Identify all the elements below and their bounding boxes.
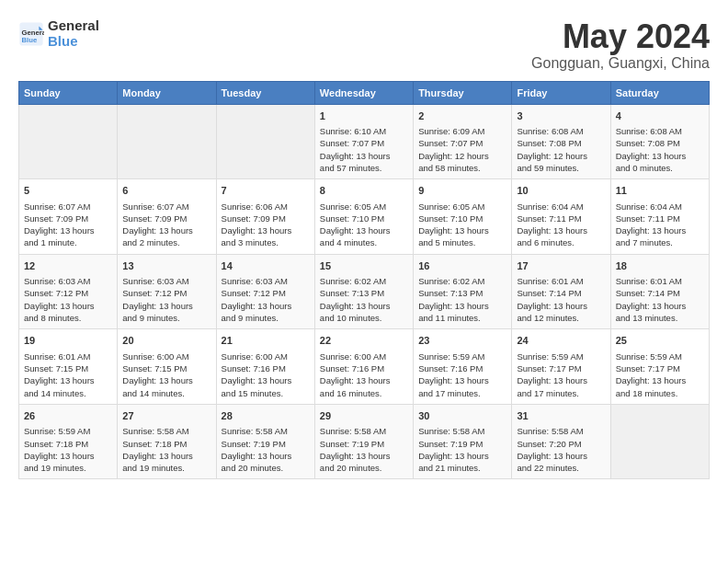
day-info: and 14 minutes. bbox=[24, 387, 112, 399]
calendar-cell: 31Sunrise: 5:58 AMSunset: 7:20 PMDayligh… bbox=[512, 404, 610, 479]
day-info: Daylight: 13 hours bbox=[222, 450, 310, 462]
calendar-cell: 4Sunrise: 6:08 AMSunset: 7:08 PMDaylight… bbox=[610, 104, 709, 179]
day-number: 21 bbox=[222, 334, 310, 348]
day-info: Sunrise: 6:05 AM bbox=[418, 201, 506, 213]
header-wednesday: Wednesday bbox=[314, 81, 413, 104]
day-info: Sunset: 7:12 PM bbox=[24, 287, 112, 299]
day-info: Sunset: 7:18 PM bbox=[24, 438, 112, 450]
day-info: Sunrise: 6:02 AM bbox=[418, 275, 506, 287]
header-thursday: Thursday bbox=[414, 81, 512, 104]
logo: General Blue General Blue bbox=[18, 18, 99, 49]
day-info: Sunset: 7:09 PM bbox=[24, 213, 112, 224]
calendar-week-row: 12Sunrise: 6:03 AMSunset: 7:12 PMDayligh… bbox=[19, 254, 710, 329]
day-info: Daylight: 13 hours bbox=[24, 300, 112, 312]
day-info: Daylight: 13 hours bbox=[320, 224, 408, 236]
day-info: Sunrise: 6:02 AM bbox=[320, 275, 408, 287]
day-info: and 17 minutes. bbox=[418, 387, 506, 399]
day-info: and 4 minutes. bbox=[320, 236, 408, 248]
day-info: Sunset: 7:10 PM bbox=[418, 213, 506, 224]
calendar-cell: 15Sunrise: 6:02 AMSunset: 7:13 PMDayligh… bbox=[314, 254, 413, 329]
day-info: Sunset: 7:12 PM bbox=[122, 287, 210, 299]
day-info: Sunrise: 6:01 AM bbox=[616, 275, 704, 287]
calendar-cell bbox=[610, 404, 709, 479]
day-info: Sunset: 7:14 PM bbox=[616, 287, 704, 299]
day-info: Sunset: 7:16 PM bbox=[418, 362, 506, 374]
day-info: Daylight: 13 hours bbox=[24, 374, 112, 386]
day-info: Sunset: 7:16 PM bbox=[320, 362, 408, 374]
calendar-cell: 17Sunrise: 6:01 AMSunset: 7:14 PMDayligh… bbox=[512, 254, 610, 329]
day-number: 10 bbox=[517, 184, 605, 198]
logo-text-line2: Blue bbox=[48, 34, 99, 50]
day-number: 19 bbox=[24, 334, 112, 348]
day-number: 14 bbox=[222, 259, 310, 273]
day-number: 9 bbox=[418, 184, 506, 198]
day-number: 27 bbox=[122, 409, 210, 423]
day-info: and 17 minutes. bbox=[517, 387, 605, 399]
day-info: Daylight: 13 hours bbox=[418, 300, 506, 312]
calendar-cell: 12Sunrise: 6:03 AMSunset: 7:12 PMDayligh… bbox=[19, 254, 118, 329]
day-info: Sunset: 7:20 PM bbox=[517, 438, 605, 450]
day-info: Sunset: 7:07 PM bbox=[320, 137, 408, 149]
day-info: and 14 minutes. bbox=[122, 387, 210, 399]
calendar-cell: 6Sunrise: 6:07 AMSunset: 7:09 PMDaylight… bbox=[118, 179, 216, 255]
day-info: and 13 minutes. bbox=[616, 312, 704, 324]
header-saturday: Saturday bbox=[610, 81, 709, 104]
day-info: Sunrise: 5:58 AM bbox=[320, 425, 408, 437]
calendar-cell: 20Sunrise: 6:00 AMSunset: 7:15 PMDayligh… bbox=[118, 329, 216, 405]
day-info: Sunrise: 6:01 AM bbox=[24, 350, 112, 362]
day-number: 1 bbox=[320, 109, 408, 123]
day-info: Sunset: 7:15 PM bbox=[122, 362, 210, 374]
day-info: Sunrise: 6:00 AM bbox=[222, 350, 310, 362]
day-info: and 3 minutes. bbox=[222, 236, 310, 248]
day-info: and 7 minutes. bbox=[616, 236, 704, 248]
day-info: and 12 minutes. bbox=[517, 312, 605, 324]
day-number: 8 bbox=[320, 184, 408, 198]
day-info: Sunset: 7:17 PM bbox=[517, 362, 605, 374]
day-info: Daylight: 13 hours bbox=[517, 300, 605, 312]
day-info: and 9 minutes. bbox=[222, 312, 310, 324]
day-info: Sunrise: 6:00 AM bbox=[320, 350, 408, 362]
day-info: Sunrise: 6:10 AM bbox=[320, 125, 408, 137]
calendar-cell: 27Sunrise: 5:58 AMSunset: 7:18 PMDayligh… bbox=[118, 404, 216, 479]
day-info: and 0 minutes. bbox=[616, 162, 704, 174]
day-info: Daylight: 13 hours bbox=[24, 450, 112, 462]
day-info: and 11 minutes. bbox=[418, 312, 506, 324]
day-info: Sunrise: 6:06 AM bbox=[222, 201, 310, 213]
day-info: Sunrise: 6:07 AM bbox=[122, 201, 210, 213]
day-info: Sunset: 7:17 PM bbox=[616, 362, 704, 374]
svg-text:Blue: Blue bbox=[22, 36, 38, 44]
day-info: Sunrise: 5:58 AM bbox=[517, 425, 605, 437]
day-info: Sunrise: 5:58 AM bbox=[122, 425, 210, 437]
day-info: Daylight: 13 hours bbox=[320, 450, 408, 462]
day-info: and 21 minutes. bbox=[418, 462, 506, 474]
calendar-cell: 25Sunrise: 5:59 AMSunset: 7:17 PMDayligh… bbox=[610, 329, 709, 405]
day-number: 15 bbox=[320, 259, 408, 273]
day-info: Daylight: 12 hours bbox=[418, 150, 506, 162]
day-info: Sunset: 7:10 PM bbox=[320, 213, 408, 224]
header-tuesday: Tuesday bbox=[216, 81, 314, 104]
calendar-cell: 26Sunrise: 5:59 AMSunset: 7:18 PMDayligh… bbox=[19, 404, 118, 479]
day-info: Daylight: 13 hours bbox=[418, 224, 506, 236]
day-number: 31 bbox=[517, 409, 605, 423]
day-info: Sunrise: 6:00 AM bbox=[122, 350, 210, 362]
calendar-cell: 18Sunrise: 6:01 AMSunset: 7:14 PMDayligh… bbox=[610, 254, 709, 329]
day-number: 25 bbox=[616, 334, 704, 348]
day-number: 2 bbox=[418, 109, 506, 123]
day-number: 6 bbox=[122, 184, 210, 198]
day-info: Daylight: 13 hours bbox=[24, 224, 112, 236]
day-info: Sunset: 7:14 PM bbox=[517, 287, 605, 299]
calendar-title: May 2024 bbox=[531, 18, 710, 55]
day-info: and 20 minutes. bbox=[320, 462, 408, 474]
day-info: Sunrise: 6:08 AM bbox=[517, 125, 605, 137]
day-info: and 8 minutes. bbox=[24, 312, 112, 324]
day-info: and 59 minutes. bbox=[517, 162, 605, 174]
day-info: Sunset: 7:12 PM bbox=[222, 287, 310, 299]
day-info: Sunrise: 6:03 AM bbox=[222, 275, 310, 287]
day-number: 24 bbox=[517, 334, 605, 348]
day-info: Sunset: 7:07 PM bbox=[418, 137, 506, 149]
calendar-week-row: 1Sunrise: 6:10 AMSunset: 7:07 PMDaylight… bbox=[19, 104, 710, 179]
calendar-cell: 28Sunrise: 5:58 AMSunset: 7:19 PMDayligh… bbox=[216, 404, 314, 479]
day-info: Sunset: 7:09 PM bbox=[222, 213, 310, 224]
day-info: and 18 minutes. bbox=[616, 387, 704, 399]
day-info: and 6 minutes. bbox=[517, 236, 605, 248]
